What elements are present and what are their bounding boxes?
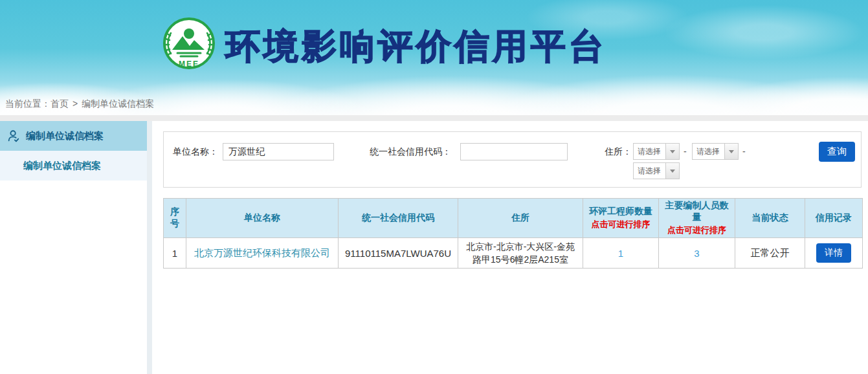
breadcrumb-separator: > xyxy=(72,98,78,109)
credit-code-label: 统一社会信用代码： xyxy=(370,143,451,160)
col-header-unit-name: 单位名称 xyxy=(186,199,339,238)
site-header: MEE 环境影响评价信用平台 当前位置：首页>编制单位诚信档案 xyxy=(0,0,868,115)
breadcrumb: 当前位置：首页>编制单位诚信档案 xyxy=(5,98,154,110)
city-select[interactable]: 请选择 xyxy=(692,143,739,160)
sidebar: 编制单位诚信档案 编制单位诚信档案 xyxy=(0,121,147,374)
staff-count-link[interactable]: 3 xyxy=(694,248,699,259)
credit-code-value: 91110115MA7LWUA76U xyxy=(339,238,458,269)
main-area: 编制单位诚信档案 编制单位诚信档案 单位名称： 统一社会信用代码： 住所： 请选… xyxy=(0,121,868,374)
chevron-down-icon xyxy=(724,144,738,159)
status-value: 正常公开 xyxy=(735,238,805,269)
content-area: 单位名称： 统一社会信用代码： 住所： 请选择 - 请选择 - 请选择 xyxy=(152,121,868,374)
sidebar-content-divider xyxy=(147,121,152,374)
province-select[interactable]: 请选择 xyxy=(633,143,680,160)
header-divider xyxy=(0,115,868,121)
row-index: 1 xyxy=(164,238,186,269)
svg-text:MEE: MEE xyxy=(179,60,199,69)
sidebar-item-credit-archive[interactable]: 编制单位诚信档案 xyxy=(0,151,147,181)
col-header-credit-record: 信用记录 xyxy=(805,199,863,238)
address-value: 北京市-北京市-大兴区-金苑路甲15号6幢2层A215室 xyxy=(458,238,583,269)
address-label: 住所： xyxy=(605,143,632,160)
chevron-down-icon xyxy=(665,163,679,179)
mee-logo-icon: MEE xyxy=(161,16,217,73)
sidebar-section-label: 编制单位诚信档案 xyxy=(26,130,104,142)
col-header-staff-count-sort[interactable]: 主要编制人员数量 点击可进行排序 xyxy=(659,199,735,238)
sort-hint: 点击可进行排序 xyxy=(586,219,656,230)
breadcrumb-home-link[interactable]: 首页 xyxy=(50,98,69,109)
col-header-address: 住所 xyxy=(458,199,583,238)
engineer-count-link[interactable]: 1 xyxy=(618,248,623,259)
breadcrumb-current: 编制单位诚信档案 xyxy=(82,98,154,109)
sidebar-item-label: 编制单位诚信档案 xyxy=(23,160,101,172)
unit-name-label: 单位名称： xyxy=(173,143,218,160)
query-button[interactable]: 查询 xyxy=(819,142,855,162)
detail-button[interactable]: 详情 xyxy=(816,243,851,263)
chevron-down-icon xyxy=(665,144,679,159)
col-header-index: 序号 xyxy=(164,199,186,238)
sort-hint: 点击可进行排序 xyxy=(662,225,732,236)
page-title: 环境影响评价信用平台 xyxy=(225,23,607,71)
district-select[interactable]: 请选择 xyxy=(633,162,680,179)
district-select-value: 请选择 xyxy=(634,163,665,179)
table-row: 1 北京万源世纪环保科技有限公司 91110115MA7LWUA76U 北京市-… xyxy=(164,238,863,269)
results-table: 序号 单位名称 统一社会信用代码 住所 环评工程师数量 点击可进行排序 主要编制… xyxy=(163,198,863,269)
unit-name-input[interactable] xyxy=(223,143,334,160)
col-header-status: 当前状态 xyxy=(735,199,805,238)
province-select-value: 请选择 xyxy=(634,144,665,159)
sidebar-section-credit-archive[interactable]: 编制单位诚信档案 xyxy=(0,121,147,151)
city-select-value: 请选择 xyxy=(693,144,724,159)
credit-code-input[interactable] xyxy=(460,143,568,160)
col-header-engineer-count-sort[interactable]: 环评工程师数量 点击可进行排序 xyxy=(583,199,659,238)
user-check-icon xyxy=(6,129,21,143)
table-header-row: 序号 单位名称 统一社会信用代码 住所 环评工程师数量 点击可进行排序 主要编制… xyxy=(164,199,863,238)
search-panel: 单位名称： 统一社会信用代码： 住所： 请选择 - 请选择 - 请选择 xyxy=(163,131,862,188)
unit-name-link[interactable]: 北京万源世纪环保科技有限公司 xyxy=(194,247,330,258)
address-dash: - xyxy=(742,143,746,160)
address-dash: - xyxy=(684,143,687,160)
breadcrumb-prefix: 当前位置： xyxy=(5,98,50,109)
col-header-credit-code: 统一社会信用代码 xyxy=(339,199,458,238)
